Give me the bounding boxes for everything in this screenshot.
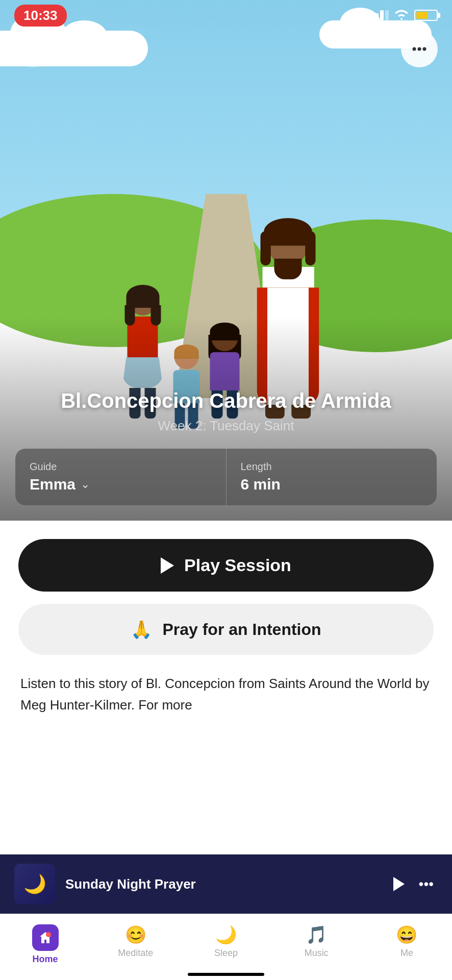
pray-icon: 🙏 [131, 619, 152, 640]
home-indicator [188, 973, 264, 976]
nav-me-label: Me [400, 948, 413, 959]
nav-item-meditate[interactable]: 😊 Meditate [90, 919, 181, 959]
nav-sleep-label: Sleep [214, 948, 238, 959]
battery-icon [414, 10, 438, 21]
play-icon [161, 557, 174, 574]
sleep-icon: 🌙 [215, 924, 237, 945]
signal-icon [370, 10, 389, 20]
status-time: 10:33 [14, 5, 67, 27]
home-icon [32, 924, 59, 951]
nav-music-label: Music [305, 948, 329, 959]
hero-text-block: Bl.Concepcion Cabrera de Armida Week 2: … [0, 388, 452, 434]
nav-item-me[interactable]: 😄 Me [362, 919, 452, 959]
music-icon: 🎵 [306, 924, 327, 945]
mini-player-title: Sunday Night Prayer [65, 876, 383, 892]
nav-item-sleep[interactable]: 🌙 Sleep [181, 919, 271, 959]
pray-intention-button[interactable]: 🙏 Pray for an Intention [18, 604, 434, 655]
meditate-icon: 😊 [125, 924, 146, 945]
nav-item-home[interactable]: Home [0, 919, 90, 965]
hero-subtitle: Week 2: Tuesday Saint [15, 418, 437, 434]
mini-player: 🌙 Sunday Night Prayer ••• [0, 854, 452, 914]
guide-chevron-icon: ⌄ [81, 478, 90, 491]
length-label: Length [241, 461, 423, 473]
play-session-button[interactable]: Play Session [18, 539, 434, 592]
length-value: 6 min [241, 476, 281, 493]
status-icons [370, 8, 438, 23]
pray-intention-label: Pray for an Intention [162, 620, 321, 639]
description-text: Listen to this story of Bl. Concepcion f… [18, 673, 434, 731]
svg-point-3 [46, 932, 51, 937]
svg-point-0 [413, 47, 416, 51]
nav-home-label: Home [33, 954, 58, 965]
play-session-label: Play Session [184, 555, 291, 575]
info-bar: Guide Emma ⌄ Length 6 min [15, 449, 437, 505]
guide-label: Guide [30, 461, 212, 473]
mini-player-thumbnail: 🌙 [14, 864, 55, 904]
length-info: Length 6 min [227, 449, 437, 505]
svg-point-1 [418, 47, 421, 51]
hero-section: Bl.Concepcion Cabrera de Armida Week 2: … [0, 0, 452, 521]
mini-play-button[interactable] [393, 877, 405, 891]
bottom-navigation: Home 😊 Meditate 🌙 Sleep 🎵 Music 😄 Me [0, 914, 452, 980]
status-bar: 10:33 [0, 0, 452, 31]
more-button[interactable] [401, 31, 438, 67]
hero-title: Bl.Concepcion Cabrera de Armida [15, 388, 437, 413]
svg-point-2 [423, 47, 426, 51]
nav-item-music[interactable]: 🎵 Music [271, 919, 362, 959]
nav-meditate-label: Meditate [118, 948, 153, 959]
mini-more-button[interactable]: ••• [415, 876, 438, 892]
back-button[interactable] [14, 31, 51, 67]
me-icon: 😄 [396, 924, 417, 945]
guide-info[interactable]: Guide Emma ⌄ [15, 449, 227, 505]
content-area: Play Session 🙏 Pray for an Intention Lis… [0, 521, 452, 731]
wifi-icon [394, 8, 409, 23]
guide-value: Emma [30, 476, 76, 493]
